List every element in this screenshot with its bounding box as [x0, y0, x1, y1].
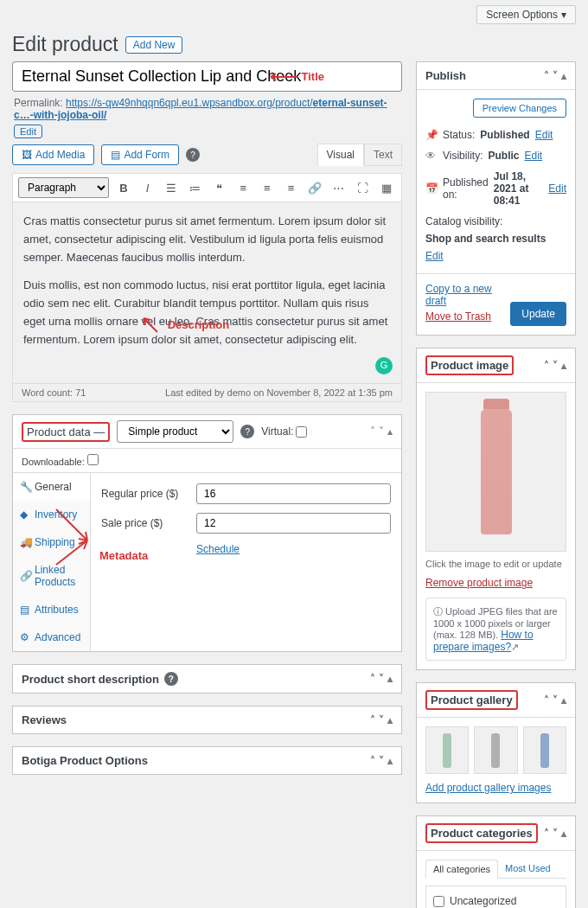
- chevron-down-icon[interactable]: ˅: [553, 694, 558, 707]
- external-link-icon: ↗: [511, 642, 519, 652]
- grammarly-icon[interactable]: G: [375, 357, 393, 374]
- product-image-preview[interactable]: [425, 392, 566, 552]
- pin-icon: 📌: [425, 129, 438, 141]
- schedule-link[interactable]: Schedule: [196, 543, 240, 555]
- virtual-checkbox[interactable]: Virtual:: [261, 425, 307, 438]
- chevron-down-icon[interactable]: ˅: [379, 714, 384, 726]
- sale-price-label: Sale price ($): [101, 517, 188, 529]
- category-checkbox-uncategorized[interactable]: [433, 896, 444, 907]
- permalink-link[interactable]: https://s-qw49nhqqn6qpl.eu1.wpsandbox.or…: [14, 97, 387, 121]
- add-media-button[interactable]: 🖼 Add Media: [12, 144, 94, 165]
- chevron-up-icon[interactable]: ˄: [544, 828, 549, 840]
- reviews-title: Reviews: [22, 713, 67, 726]
- inventory-icon: ◆: [20, 508, 30, 521]
- truck-icon: 🚚: [20, 536, 30, 548]
- align-left-icon[interactable]: ≡: [233, 178, 252, 197]
- permalink-edit-button[interactable]: Edit: [14, 125, 42, 138]
- chevron-down-icon[interactable]: ˅: [553, 360, 558, 372]
- gallery-thumb[interactable]: [523, 726, 566, 774]
- edit-status-link[interactable]: Edit: [535, 129, 553, 141]
- tab-visual[interactable]: Visual: [317, 144, 364, 166]
- chevron-up-icon[interactable]: ˄: [544, 694, 549, 707]
- wrench-icon: 🔧: [20, 481, 30, 493]
- add-new-button[interactable]: Add New: [125, 36, 183, 54]
- collapse-icon[interactable]: ▴: [387, 673, 393, 685]
- calendar-icon: 📅: [425, 182, 438, 195]
- help-icon[interactable]: ?: [164, 672, 178, 686]
- product-type-select[interactable]: Simple product: [117, 420, 233, 443]
- number-list-icon[interactable]: ≔: [186, 178, 205, 197]
- tab-linked[interactable]: 🔗Linked Products: [13, 556, 90, 596]
- bullet-list-icon[interactable]: ☰: [162, 178, 181, 197]
- tab-advanced[interactable]: ⚙Advanced: [13, 623, 90, 651]
- bold-icon[interactable]: B: [114, 178, 133, 197]
- image-hint: Click the image to edit or update: [425, 559, 566, 569]
- product-categories-title: Product categories: [425, 823, 538, 843]
- copy-draft-link[interactable]: Copy to a new draft: [425, 283, 510, 307]
- italic-icon[interactable]: I: [138, 178, 157, 197]
- chevron-up-icon[interactable]: ˄: [544, 70, 549, 82]
- short-description-title: Product short description: [22, 673, 159, 686]
- more-icon[interactable]: ⋯: [329, 178, 348, 197]
- screen-options-button[interactable]: Screen Options ▾: [476, 5, 576, 24]
- collapse-icon[interactable]: ▴: [387, 425, 393, 438]
- collapse-icon[interactable]: ▴: [561, 694, 566, 707]
- fullscreen-icon[interactable]: ⛶: [354, 178, 373, 197]
- editor-content[interactable]: Cras mattis consectetur purus sit amet f…: [12, 202, 402, 384]
- regular-price-label: Regular price ($): [101, 488, 188, 500]
- downloadable-checkbox[interactable]: Downloadable:: [22, 457, 99, 467]
- chevron-up-icon[interactable]: ˄: [370, 425, 375, 438]
- toolbar-toggle-icon[interactable]: ▦: [377, 178, 396, 197]
- sale-price-input[interactable]: [196, 513, 391, 534]
- chevron-down-icon[interactable]: ˅: [553, 70, 558, 82]
- collapse-icon[interactable]: ▴: [387, 755, 393, 767]
- chevron-up-icon[interactable]: ˄: [370, 673, 375, 685]
- link-icon: 🔗: [20, 570, 30, 582]
- gallery-thumb[interactable]: [474, 726, 517, 774]
- chevron-down-icon[interactable]: ˅: [379, 673, 384, 685]
- chevron-down-icon[interactable]: ˅: [379, 425, 384, 438]
- collapse-icon[interactable]: ▴: [561, 360, 566, 372]
- product-title-input[interactable]: [12, 61, 402, 92]
- add-gallery-link[interactable]: Add product gallery images: [425, 782, 551, 794]
- gear-icon: ⚙: [20, 631, 30, 643]
- editor-status-bar: Word count: 71 Last edited by demo on No…: [12, 384, 402, 402]
- chevron-up-icon[interactable]: ˄: [544, 360, 549, 372]
- add-form-button[interactable]: ▤ Add Form: [101, 144, 179, 165]
- tab-all-categories[interactable]: All categories: [425, 860, 498, 879]
- edit-visibility-link[interactable]: Edit: [524, 150, 542, 162]
- collapse-icon[interactable]: ▴: [561, 70, 566, 82]
- edit-catalog-link[interactable]: Edit: [425, 250, 444, 262]
- collapse-icon[interactable]: ▴: [387, 714, 393, 726]
- update-button[interactable]: Update: [510, 302, 566, 326]
- tab-text[interactable]: Text: [364, 144, 402, 166]
- collapse-icon[interactable]: ▴: [561, 828, 566, 840]
- chevron-down-icon[interactable]: ˅: [379, 755, 384, 767]
- align-center-icon[interactable]: ≡: [258, 178, 277, 197]
- tab-inventory[interactable]: ◆Inventory: [13, 501, 90, 528]
- help-icon[interactable]: ?: [186, 148, 200, 162]
- tab-most-used[interactable]: Most Used: [498, 860, 558, 878]
- form-icon: ▤: [111, 149, 120, 161]
- tab-shipping[interactable]: 🚚Shipping: [13, 528, 90, 556]
- chevron-up-icon[interactable]: ˄: [370, 755, 375, 767]
- align-right-icon[interactable]: ≡: [282, 178, 301, 197]
- remove-image-link[interactable]: Remove product image: [425, 577, 533, 589]
- regular-price-input[interactable]: [196, 483, 391, 504]
- format-select[interactable]: Paragraph: [18, 177, 109, 198]
- tab-general[interactable]: 🔧General: [13, 473, 90, 501]
- gallery-thumb[interactable]: [425, 726, 469, 774]
- quote-icon[interactable]: ❝: [210, 178, 229, 197]
- publish-title: Publish: [425, 69, 466, 82]
- tab-attributes[interactable]: ▤Attributes: [13, 596, 90, 623]
- chevron-up-icon[interactable]: ˄: [370, 714, 375, 726]
- link-icon[interactable]: 🔗: [305, 178, 324, 197]
- product-data-title: Product data —: [22, 422, 110, 442]
- move-trash-link[interactable]: Move to Trash: [425, 310, 510, 323]
- edit-date-link[interactable]: Edit: [548, 182, 566, 195]
- help-icon[interactable]: ?: [240, 425, 254, 438]
- preview-changes-button[interactable]: Preview Changes: [473, 99, 566, 118]
- product-gallery-title: Product gallery: [425, 690, 518, 710]
- permalink-row: Permalink: https://s-qw49nhqqn6qpl.eu1.w…: [12, 92, 402, 144]
- chevron-down-icon[interactable]: ˅: [553, 828, 558, 840]
